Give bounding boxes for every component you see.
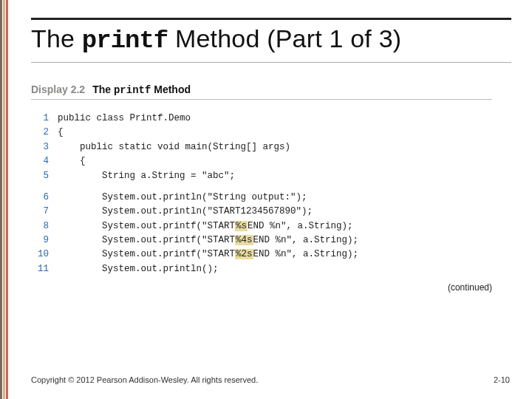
code-line: System.out.println("START1234567890"); (58, 205, 511, 219)
display-heading: Display 2.2 The printf Method (31, 83, 492, 100)
code-listing: 1public class Printf.Demo2{3 public stat… (31, 112, 511, 276)
line-number: 8 (31, 219, 52, 233)
line-number: 6 (31, 191, 52, 205)
code-line: System.out.println("String output:"); (58, 191, 511, 205)
display-title: The printf Method (92, 83, 191, 96)
slide-body: The printf Method (Part 1 of 3) Display … (10, 0, 532, 399)
line-number: 4 (31, 154, 52, 168)
title-post: Method (Part 1 of 3) (168, 24, 401, 52)
continued-label: (continued) (31, 282, 492, 293)
title-pre: The (31, 24, 82, 52)
line-number: 11 (31, 262, 52, 276)
code-line: System.out.println(); (58, 262, 511, 276)
line-number: 10 (31, 248, 52, 262)
code-line: public static void main(String[] args) (58, 140, 511, 154)
stripe-bar (0, 0, 2, 399)
display-title-post: Method (151, 83, 191, 95)
stripe-bar (3, 0, 5, 399)
code-line: { (58, 154, 511, 168)
slide-title-text: The printf Method (Part 1 of 3) (31, 24, 401, 52)
slide-title: The printf Method (Part 1 of 3) (31, 18, 511, 63)
line-number: 3 (31, 140, 52, 154)
code-line: System.out.printf("START%sEND %n", a.Str… (58, 219, 511, 233)
format-spec-highlight: %4s (235, 235, 253, 245)
title-code: printf (82, 27, 168, 55)
format-spec-highlight: %s (235, 221, 248, 231)
side-stripe (0, 0, 10, 399)
display-block: Display 2.2 The printf Method 1public cl… (31, 83, 511, 293)
stripe-bar (6, 0, 8, 399)
page-number: 2-10 (494, 375, 510, 384)
line-number: 7 (31, 205, 52, 219)
code-line: System.out.printf("START%2sEND %n", a.St… (58, 248, 511, 262)
line-number: 5 (31, 169, 52, 183)
copyright-text: Copyright © 2012 Pearson Addison-Wesley.… (31, 375, 258, 384)
line-number: 1 (31, 112, 52, 126)
footer: Copyright © 2012 Pearson Addison-Wesley.… (31, 375, 510, 384)
line-number: 2 (31, 126, 52, 140)
code-line: { (58, 126, 511, 140)
display-title-code: printf (114, 84, 151, 96)
line-number: 9 (31, 233, 52, 248)
display-title-pre: The (92, 83, 114, 95)
code-line: String a.String = "abc"; (58, 169, 511, 183)
format-spec-highlight: %2s (235, 249, 253, 259)
code-line: public class Printf.Demo (58, 112, 511, 126)
display-label: Display 2.2 (31, 83, 85, 95)
code-line: System.out.printf("START%4sEND %n", a.St… (58, 233, 511, 248)
